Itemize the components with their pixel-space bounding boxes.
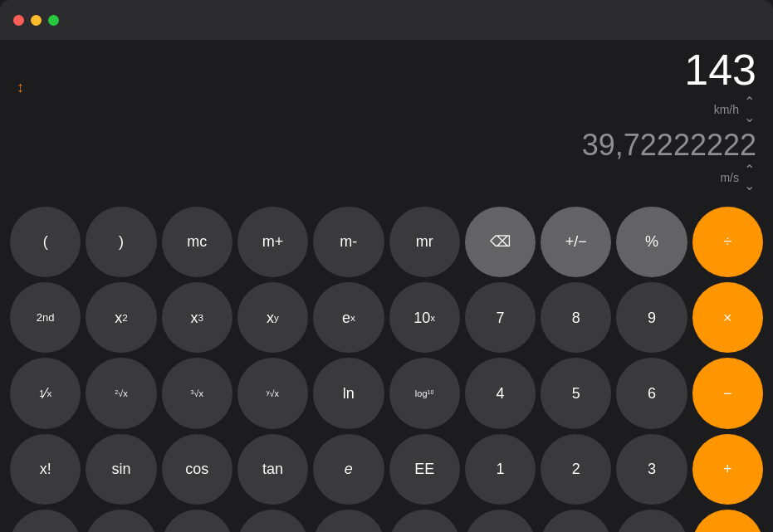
nine-button[interactable]: 9 <box>616 282 687 353</box>
exp-e-button[interactable]: ex <box>313 282 384 353</box>
secondary-unit-label: m/s <box>720 171 739 184</box>
cosh-button[interactable]: cosh <box>162 510 232 532</box>
rand-button[interactable]: Rand <box>465 510 536 532</box>
reciprocal-button[interactable]: 1⁄x <box>10 358 81 428</box>
maximize-button[interactable] <box>48 15 59 26</box>
zero-button[interactable]: 0 <box>541 510 611 532</box>
pi-button[interactable]: π <box>313 510 384 532</box>
sort-icon[interactable]: ↕ <box>17 79 24 96</box>
seven-button[interactable]: 7 <box>465 282 536 353</box>
secondary-value: 39,72222222 <box>17 129 756 162</box>
converter-button[interactable]: ⊞ <box>10 510 81 532</box>
sqrt-button[interactable]: 2√x <box>86 358 156 428</box>
title-bar <box>0 0 773 40</box>
ln-button[interactable]: ln <box>313 358 384 428</box>
rad-button[interactable]: Rad <box>389 510 460 532</box>
open-paren-button[interactable]: ( <box>10 207 81 277</box>
factorial-button[interactable]: x! <box>10 434 81 505</box>
ee-button[interactable]: EE <box>389 434 460 505</box>
square-button[interactable]: x2 <box>86 282 156 353</box>
close-paren-button[interactable]: ) <box>86 207 156 277</box>
memory-recall-button[interactable]: mr <box>389 207 460 277</box>
tan-button[interactable]: tan <box>237 434 308 505</box>
memory-clear-button[interactable]: mc <box>162 207 232 277</box>
primary-unit-label: km/h <box>714 103 739 116</box>
minimize-button[interactable] <box>31 15 42 26</box>
two-button[interactable]: 2 <box>541 434 611 505</box>
percent-button[interactable]: % <box>616 207 687 277</box>
add-button[interactable]: + <box>692 434 763 505</box>
button-grid: ()mcm+m-mr⌫+/−%÷2ndx2x3xyex10x789×1⁄x2√x… <box>0 198 773 532</box>
eight-button[interactable]: 8 <box>541 282 611 353</box>
five-button[interactable]: 5 <box>541 358 611 428</box>
decimal-button[interactable]: , <box>616 510 687 532</box>
yroot-button[interactable]: y√x <box>237 358 308 428</box>
cos-button[interactable]: cos <box>162 434 232 505</box>
subtract-button[interactable]: − <box>692 358 763 428</box>
multiply-button[interactable]: × <box>692 282 763 353</box>
sinh-button[interactable]: sinh <box>86 510 156 532</box>
four-button[interactable]: 4 <box>465 358 536 428</box>
backspace-button[interactable]: ⌫ <box>465 207 536 277</box>
euler-button[interactable]: e <box>313 434 384 505</box>
plus-minus-button[interactable]: +/− <box>541 207 611 277</box>
power-button[interactable]: xy <box>237 282 308 353</box>
cube-button[interactable]: x3 <box>162 282 232 353</box>
log10-button[interactable]: log10 <box>389 358 460 428</box>
second-func-button[interactable]: 2nd <box>10 282 81 353</box>
primary-unit-stepper[interactable]: ⌃⌄ <box>742 94 756 125</box>
three-button[interactable]: 3 <box>616 434 687 505</box>
six-button[interactable]: 6 <box>616 358 687 428</box>
memory-add-button[interactable]: m+ <box>237 207 308 277</box>
secondary-unit-stepper[interactable]: ⌃⌄ <box>742 162 756 193</box>
divide-button[interactable]: ÷ <box>692 207 763 277</box>
tanh-button[interactable]: tanh <box>237 510 308 532</box>
primary-value: 143 <box>684 46 756 94</box>
close-button[interactable] <box>13 15 24 26</box>
cbrt-button[interactable]: 3√x <box>162 358 232 428</box>
exp-10-button[interactable]: 10x <box>389 282 460 353</box>
sin-button[interactable]: sin <box>86 434 156 505</box>
equals-button[interactable]: = <box>692 510 763 532</box>
memory-subtract-button[interactable]: m- <box>313 207 384 277</box>
one-button[interactable]: 1 <box>465 434 536 505</box>
